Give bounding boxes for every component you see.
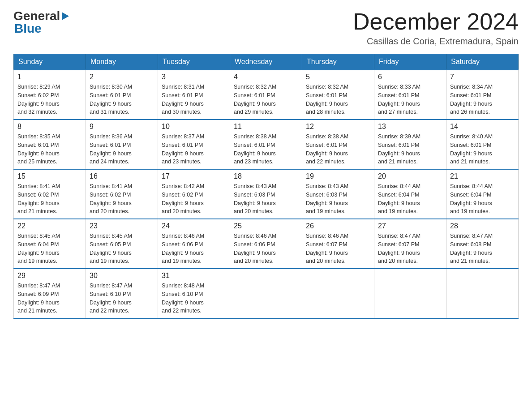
day-number: 2 [90,73,154,81]
sunset-label: Sunset: 6:01 PM [162,92,203,98]
day-info: Sunrise: 8:38 AM Sunset: 6:01 PM Dayligh… [306,133,370,166]
sunset-label: Sunset: 6:01 PM [450,92,491,98]
svg-marker-0 [62,12,69,20]
calendar-day-cell: 4 Sunrise: 8:32 AM Sunset: 6:01 PM Dayli… [230,70,302,120]
day-number: 22 [17,222,82,230]
day-number: 9 [90,123,154,131]
daylight-label: Daylight: 9 hours [378,101,420,107]
calendar-day-cell: 8 Sunrise: 8:35 AM Sunset: 6:01 PM Dayli… [14,120,86,169]
calendar-day-cell: 7 Sunrise: 8:34 AM Sunset: 6:01 PM Dayli… [446,70,519,120]
sunset-label: Sunset: 6:04 PM [17,241,59,248]
calendar-day-cell: 29 Sunrise: 8:47 AM Sunset: 6:09 PM Dayl… [14,269,86,318]
calendar-day-cell: 3 Sunrise: 8:31 AM Sunset: 6:01 PM Dayli… [158,70,230,120]
day-number: 7 [450,73,515,81]
calendar-day-cell: 1 Sunrise: 8:29 AM Sunset: 6:02 PM Dayli… [14,70,86,120]
daylight-minutes: and 19 minutes. [378,208,418,214]
calendar-day-cell: 26 Sunrise: 8:46 AM Sunset: 6:07 PM Dayl… [302,219,374,269]
day-info: Sunrise: 8:47 AM Sunset: 6:09 PM Dayligh… [17,282,82,315]
day-info: Sunrise: 8:31 AM Sunset: 6:01 PM Dayligh… [162,83,226,116]
daylight-minutes: and 22 minutes. [306,158,346,165]
calendar-day-cell: 22 Sunrise: 8:45 AM Sunset: 6:04 PM Dayl… [14,219,86,269]
day-number: 29 [17,272,82,280]
day-info: Sunrise: 8:33 AM Sunset: 6:01 PM Dayligh… [378,83,442,116]
day-number: 3 [162,73,226,81]
day-info: Sunrise: 8:43 AM Sunset: 6:03 PM Dayligh… [234,182,298,216]
day-info: Sunrise: 8:32 AM Sunset: 6:01 PM Dayligh… [306,83,370,116]
page-title: December 2024 [353,9,519,34]
daylight-minutes: and 25 minutes. [17,158,57,165]
daylight-label: Daylight: 9 hours [162,300,204,306]
sunset-label: Sunset: 6:07 PM [378,241,419,248]
sunrise-label: Sunrise: 8:47 AM [17,283,60,289]
daylight-label: Daylight: 9 hours [17,200,60,206]
day-number: 18 [234,172,298,180]
calendar-day-cell: 27 Sunrise: 8:47 AM Sunset: 6:07 PM Dayl… [374,219,446,269]
sunrise-label: Sunrise: 8:46 AM [306,233,348,239]
sunrise-label: Sunrise: 8:46 AM [234,233,276,239]
calendar-header-monday: Monday [86,54,158,70]
sunset-label: Sunset: 6:01 PM [162,142,203,148]
sunrise-label: Sunrise: 8:44 AM [378,183,420,189]
day-number: 30 [90,272,154,280]
daylight-minutes: and 27 minutes. [378,109,418,115]
calendar-day-cell: 31 Sunrise: 8:48 AM Sunset: 6:10 PM Dayl… [158,269,230,318]
calendar-header-thursday: Thursday [302,54,374,70]
daylight-label: Daylight: 9 hours [17,250,60,256]
day-number: 20 [378,172,442,180]
sunrise-label: Sunrise: 8:46 AM [162,233,204,239]
day-number: 16 [90,172,154,180]
sunset-label: Sunset: 6:04 PM [450,192,491,198]
calendar-day-cell: 21 Sunrise: 8:44 AM Sunset: 6:04 PM Dayl… [446,169,519,219]
sunrise-label: Sunrise: 8:38 AM [234,133,276,140]
day-info: Sunrise: 8:35 AM Sunset: 6:01 PM Dayligh… [17,133,82,166]
sunset-label: Sunset: 6:01 PM [450,142,491,148]
daylight-label: Daylight: 9 hours [17,101,60,107]
daylight-label: Daylight: 9 hours [162,200,204,206]
calendar-day-cell: 30 Sunrise: 8:47 AM Sunset: 6:10 PM Dayl… [86,269,158,318]
sunset-label: Sunset: 6:05 PM [90,241,131,248]
daylight-minutes: and 19 minutes. [90,258,129,264]
sunset-label: Sunset: 6:06 PM [234,241,275,248]
calendar-day-cell: 18 Sunrise: 8:43 AM Sunset: 6:03 PM Dayl… [230,169,302,219]
calendar-day-cell: 19 Sunrise: 8:43 AM Sunset: 6:03 PM Dayl… [302,169,374,219]
sunrise-label: Sunrise: 8:39 AM [378,133,420,140]
daylight-label: Daylight: 9 hours [17,150,60,157]
daylight-label: Daylight: 9 hours [90,300,132,306]
daylight-minutes: and 20 minutes. [306,258,346,264]
calendar-day-cell: 2 Sunrise: 8:30 AM Sunset: 6:01 PM Dayli… [86,70,158,120]
day-info: Sunrise: 8:45 AM Sunset: 6:05 PM Dayligh… [90,232,154,265]
sunrise-label: Sunrise: 8:30 AM [90,84,132,90]
daylight-minutes: and 22 minutes. [90,308,129,314]
daylight-label: Daylight: 9 hours [234,150,276,157]
day-number: 24 [162,222,226,230]
day-number: 6 [378,73,442,81]
day-number: 31 [162,272,226,280]
sunset-label: Sunset: 6:01 PM [378,142,419,148]
calendar-header-tuesday: Tuesday [158,54,230,70]
sunrise-label: Sunrise: 8:32 AM [234,84,276,90]
day-number: 26 [306,222,370,230]
title-block: December 2024 Casillas de Coria, Extrema… [353,9,519,47]
daylight-minutes: and 21 minutes. [17,308,57,314]
daylight-label: Daylight: 9 hours [90,101,132,107]
calendar-day-cell: 25 Sunrise: 8:46 AM Sunset: 6:06 PM Dayl… [230,219,302,269]
calendar-table: SundayMondayTuesdayWednesdayThursdayFrid… [13,54,519,319]
sunrise-label: Sunrise: 8:36 AM [90,133,132,140]
day-info: Sunrise: 8:32 AM Sunset: 6:01 PM Dayligh… [234,83,298,116]
day-info: Sunrise: 8:36 AM Sunset: 6:01 PM Dayligh… [90,133,154,166]
sunrise-label: Sunrise: 8:38 AM [306,133,348,140]
sunset-label: Sunset: 6:01 PM [90,92,131,98]
daylight-minutes: and 21 minutes. [17,208,57,214]
day-info: Sunrise: 8:44 AM Sunset: 6:04 PM Dayligh… [378,182,442,216]
sunrise-label: Sunrise: 8:47 AM [378,233,420,239]
daylight-minutes: and 31 minutes. [90,109,129,115]
day-info: Sunrise: 8:48 AM Sunset: 6:10 PM Dayligh… [162,282,226,315]
sunset-label: Sunset: 6:02 PM [17,192,59,198]
day-number: 12 [306,123,370,131]
daylight-label: Daylight: 9 hours [234,250,276,256]
day-number: 28 [450,222,515,230]
daylight-minutes: and 20 minutes. [234,258,274,264]
daylight-minutes: and 23 minutes. [162,158,202,165]
day-info: Sunrise: 8:40 AM Sunset: 6:01 PM Dayligh… [450,133,515,166]
daylight-minutes: and 32 minutes. [17,109,57,115]
